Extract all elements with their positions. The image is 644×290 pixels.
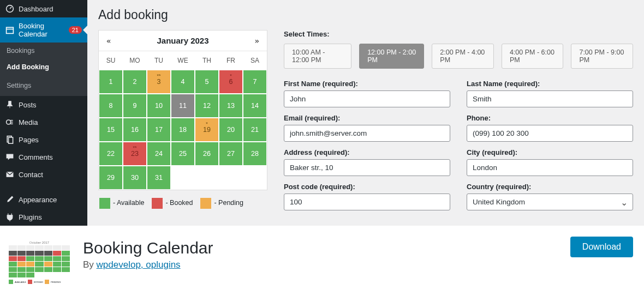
- calendar-legend: - Available - Booked - Pending: [98, 190, 267, 209]
- menu-label: Comments: [19, 153, 53, 161]
- cal-day[interactable]: 19*: [195, 118, 219, 142]
- menu-comments[interactable]: Comments: [0, 148, 87, 166]
- submenu-add-booking[interactable]: Add Booking: [0, 59, 87, 75]
- cal-day[interactable]: 7: [243, 70, 267, 94]
- menu-booking-calendar[interactable]: Booking Calendar 21: [0, 17, 87, 43]
- time-slot[interactable]: 2:00 PM - 4:00 PM: [432, 44, 494, 69]
- address-label: Address (required):: [284, 148, 450, 156]
- submenu-settings[interactable]: Settings: [0, 75, 87, 96]
- swatch-booked: [152, 198, 163, 209]
- email-input[interactable]: [284, 125, 450, 142]
- cal-day[interactable]: 2: [123, 70, 147, 94]
- address-input[interactable]: [284, 159, 450, 176]
- cal-day[interactable]: 29: [99, 166, 123, 190]
- calendar-grid: SUMOTUWETHFRSA123**456*78910111213141516…: [99, 51, 267, 190]
- cal-day[interactable]: 20: [219, 118, 243, 142]
- last-name-label: Last Name (required):: [467, 80, 633, 88]
- menu-label: Contact: [19, 171, 43, 179]
- swatch-pending: [200, 198, 211, 209]
- cal-day[interactable]: 14: [243, 94, 267, 118]
- menu-label: Posts: [19, 101, 37, 109]
- cal-day[interactable]: 5: [195, 70, 219, 94]
- time-slot[interactable]: 10:00 AM - 12:00 PM: [284, 44, 351, 69]
- cal-day[interactable]: 12: [195, 94, 219, 118]
- cal-day[interactable]: 18: [171, 118, 195, 142]
- plugin-author-link[interactable]: wpdevelop, oplugins: [97, 259, 181, 270]
- cal-day[interactable]: 30: [123, 166, 147, 190]
- cal-day[interactable]: 16: [123, 118, 147, 142]
- menu-appearance[interactable]: Appearance: [0, 191, 87, 208]
- menu-label: Booking Calendar: [19, 22, 62, 38]
- time-slot[interactable]: 12:00 PM - 2:00 PM: [359, 44, 424, 69]
- cal-day[interactable]: 9: [123, 94, 147, 118]
- email-label: Email (required):: [284, 114, 450, 122]
- cal-day[interactable]: 28: [243, 142, 267, 166]
- envelope-icon: [5, 170, 14, 179]
- cal-day[interactable]: 3**: [147, 70, 171, 94]
- cal-day[interactable]: 6*: [219, 70, 243, 94]
- first-name-input[interactable]: [284, 90, 450, 107]
- admin-sidebar: Dashboard Booking Calendar 21 Bookings A…: [0, 0, 87, 226]
- menu-contact[interactable]: Contact: [0, 166, 87, 183]
- cal-day[interactable]: 26: [195, 142, 219, 166]
- country-select[interactable]: [467, 194, 633, 210]
- cal-next[interactable]: »: [255, 37, 259, 45]
- calendar-icon: [5, 26, 14, 34]
- city-input[interactable]: [467, 159, 633, 176]
- download-button[interactable]: Download: [570, 237, 633, 257]
- plugin-byline: By wpdevelop, oplugins: [83, 259, 213, 270]
- cal-day[interactable]: 25: [171, 142, 195, 166]
- plugin-title: Booking Calendar: [83, 239, 213, 257]
- menu-media[interactable]: Media: [0, 113, 87, 131]
- dashboard-icon: [5, 4, 14, 13]
- cal-day[interactable]: 31: [147, 166, 171, 190]
- cal-day[interactable]: 1: [99, 70, 123, 94]
- cal-day[interactable]: 27: [219, 142, 243, 166]
- menu-posts[interactable]: Posts: [0, 96, 87, 113]
- postcode-input[interactable]: [284, 194, 450, 210]
- plug-icon: [5, 213, 14, 221]
- phone-input[interactable]: [467, 125, 633, 142]
- pin-icon: [5, 100, 14, 109]
- cal-day[interactable]: 23**: [123, 142, 147, 166]
- cal-day[interactable]: 22: [99, 142, 123, 166]
- cal-day-header: TU: [147, 51, 171, 70]
- menu-label: Media: [19, 118, 38, 126]
- submenu-bookings[interactable]: Bookings: [0, 43, 87, 59]
- cal-day[interactable]: 13: [219, 94, 243, 118]
- cal-day[interactable]: 17: [147, 118, 171, 142]
- brush-icon: [5, 195, 14, 204]
- plugin-thumbnail: October 2017 AVAILABLE BOOKED PENDING: [7, 239, 72, 290]
- menu-plugins[interactable]: Plugins: [0, 208, 87, 226]
- calendar-panel: « January 2023 » SUMOTUWETHFRSA123**456*…: [98, 30, 267, 190]
- menu-label: Dashboard: [19, 5, 53, 13]
- postcode-label: Post code (required):: [284, 183, 450, 191]
- menu-pages[interactable]: Pages: [0, 131, 87, 148]
- main-content: Add booking « January 2023 » SUMOTUWETHF…: [87, 0, 644, 226]
- cal-prev[interactable]: «: [106, 37, 111, 45]
- svg-rect-1: [7, 27, 14, 33]
- cal-day[interactable]: 8: [99, 94, 123, 118]
- cal-day-header: FR: [219, 51, 243, 70]
- svg-point-3: [7, 120, 11, 124]
- time-slot[interactable]: 4:00 PM - 6:00 PM: [502, 44, 564, 69]
- page-title: Add booking: [98, 8, 633, 22]
- menu-label: Pages: [19, 136, 39, 144]
- cal-day[interactable]: 15: [99, 118, 123, 142]
- badge-count: 21: [69, 26, 82, 34]
- time-slot[interactable]: 7:00 PM - 9:00 PM: [571, 44, 633, 69]
- cal-day[interactable]: 24: [147, 142, 171, 166]
- svg-rect-5: [9, 137, 13, 143]
- cal-day-header: WE: [171, 51, 195, 70]
- last-name-input[interactable]: [467, 90, 633, 107]
- phone-label: Phone:: [467, 114, 633, 122]
- cal-day[interactable]: 21: [243, 118, 267, 142]
- comment-icon: [5, 153, 14, 161]
- cal-day[interactable]: 4: [171, 70, 195, 94]
- city-label: City (required):: [467, 148, 633, 156]
- cal-day[interactable]: 11: [171, 94, 195, 118]
- cal-day-header: TH: [195, 51, 219, 70]
- cal-day-header: MO: [123, 51, 147, 70]
- menu-dashboard[interactable]: Dashboard: [0, 0, 87, 17]
- cal-day[interactable]: 10: [147, 94, 171, 118]
